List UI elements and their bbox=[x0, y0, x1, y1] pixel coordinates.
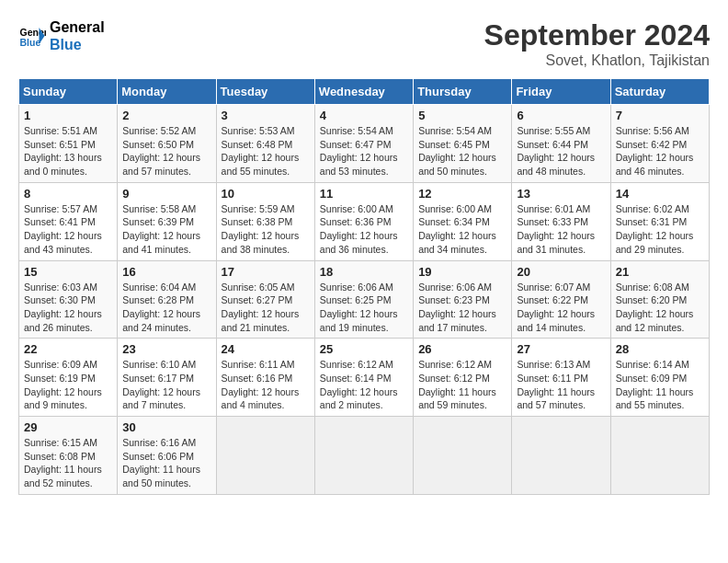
day-info: Sunrise: 5:51 AM Sunset: 6:51 PM Dayligh… bbox=[24, 124, 112, 178]
week-row-4: 22Sunrise: 6:09 AM Sunset: 6:19 PM Dayli… bbox=[19, 339, 710, 417]
calendar-header: SundayMondayTuesdayWednesdayThursdayFrid… bbox=[19, 79, 710, 105]
day-info: Sunrise: 6:05 AM Sunset: 6:27 PM Dayligh… bbox=[222, 281, 310, 335]
day-info: Sunrise: 6:13 AM Sunset: 6:11 PM Dayligh… bbox=[517, 358, 605, 412]
page-header: General Blue General Blue September 2024… bbox=[18, 18, 710, 69]
day-cell bbox=[314, 417, 413, 495]
day-number: 4 bbox=[320, 109, 408, 122]
header-cell-sunday: Sunday bbox=[19, 79, 118, 105]
day-number: 28 bbox=[616, 342, 704, 356]
header-cell-tuesday: Tuesday bbox=[216, 79, 314, 105]
day-info: Sunrise: 6:08 AM Sunset: 6:20 PM Dayligh… bbox=[616, 281, 704, 335]
day-cell: 22Sunrise: 6:09 AM Sunset: 6:19 PM Dayli… bbox=[19, 339, 118, 417]
day-info: Sunrise: 6:10 AM Sunset: 6:17 PM Dayligh… bbox=[122, 358, 210, 412]
day-info: Sunrise: 5:57 AM Sunset: 6:41 PM Dayligh… bbox=[24, 202, 112, 257]
header-cell-wednesday: Wednesday bbox=[314, 79, 413, 105]
day-info: Sunrise: 6:11 AM Sunset: 6:16 PM Dayligh… bbox=[222, 358, 310, 412]
day-cell: 5Sunrise: 5:54 AM Sunset: 6:45 PM Daylig… bbox=[414, 105, 512, 183]
day-number: 1 bbox=[24, 109, 112, 122]
day-cell bbox=[512, 417, 610, 495]
day-info: Sunrise: 6:06 AM Sunset: 6:23 PM Dayligh… bbox=[418, 281, 506, 335]
day-number: 26 bbox=[418, 342, 506, 356]
day-cell: 2Sunrise: 5:52 AM Sunset: 6:50 PM Daylig… bbox=[118, 105, 216, 183]
day-number: 5 bbox=[418, 109, 506, 122]
day-cell: 14Sunrise: 6:02 AM Sunset: 6:31 PM Dayli… bbox=[610, 182, 709, 260]
day-cell: 21Sunrise: 6:08 AM Sunset: 6:20 PM Dayli… bbox=[610, 260, 709, 339]
header-cell-monday: Monday bbox=[118, 79, 216, 105]
day-number: 11 bbox=[320, 187, 408, 201]
day-number: 16 bbox=[122, 265, 210, 279]
day-number: 27 bbox=[517, 342, 605, 356]
day-info: Sunrise: 5:56 AM Sunset: 6:42 PM Dayligh… bbox=[616, 124, 704, 178]
day-cell: 8Sunrise: 5:57 AM Sunset: 6:41 PM Daylig… bbox=[19, 182, 118, 260]
calendar-body: 1Sunrise: 5:51 AM Sunset: 6:51 PM Daylig… bbox=[19, 105, 710, 495]
day-cell: 3Sunrise: 5:53 AM Sunset: 6:48 PM Daylig… bbox=[216, 105, 314, 183]
header-cell-friday: Friday bbox=[512, 79, 610, 105]
month-title: September 2024 bbox=[484, 18, 710, 52]
day-cell: 13Sunrise: 6:01 AM Sunset: 6:33 PM Dayli… bbox=[512, 182, 610, 260]
day-cell: 30Sunrise: 6:16 AM Sunset: 6:06 PM Dayli… bbox=[118, 417, 216, 495]
day-info: Sunrise: 6:14 AM Sunset: 6:09 PM Dayligh… bbox=[616, 358, 704, 412]
week-row-5: 29Sunrise: 6:15 AM Sunset: 6:08 PM Dayli… bbox=[19, 417, 710, 495]
day-number: 8 bbox=[24, 187, 112, 201]
day-cell: 25Sunrise: 6:12 AM Sunset: 6:14 PM Dayli… bbox=[314, 339, 413, 417]
day-cell: 15Sunrise: 6:03 AM Sunset: 6:30 PM Dayli… bbox=[19, 260, 118, 339]
day-number: 13 bbox=[517, 187, 605, 201]
header-cell-thursday: Thursday bbox=[414, 79, 512, 105]
week-row-1: 1Sunrise: 5:51 AM Sunset: 6:51 PM Daylig… bbox=[19, 105, 710, 183]
day-number: 18 bbox=[320, 265, 408, 279]
day-number: 17 bbox=[222, 265, 310, 279]
day-cell: 6Sunrise: 5:55 AM Sunset: 6:44 PM Daylig… bbox=[512, 105, 610, 183]
day-number: 19 bbox=[418, 265, 506, 279]
day-cell: 23Sunrise: 6:10 AM Sunset: 6:17 PM Dayli… bbox=[118, 339, 216, 417]
day-info: Sunrise: 5:54 AM Sunset: 6:45 PM Dayligh… bbox=[418, 124, 506, 178]
day-cell: 27Sunrise: 6:13 AM Sunset: 6:11 PM Dayli… bbox=[512, 339, 610, 417]
day-info: Sunrise: 6:06 AM Sunset: 6:25 PM Dayligh… bbox=[320, 281, 408, 335]
day-cell: 10Sunrise: 5:59 AM Sunset: 6:38 PM Dayli… bbox=[216, 182, 314, 260]
day-info: Sunrise: 6:15 AM Sunset: 6:08 PM Dayligh… bbox=[24, 436, 112, 490]
day-info: Sunrise: 5:53 AM Sunset: 6:48 PM Dayligh… bbox=[222, 124, 310, 178]
location-subtitle: Sovet, Khatlon, Tajikistan bbox=[484, 52, 710, 69]
day-cell: 18Sunrise: 6:06 AM Sunset: 6:25 PM Dayli… bbox=[314, 260, 413, 339]
day-cell: 4Sunrise: 5:54 AM Sunset: 6:47 PM Daylig… bbox=[314, 105, 413, 183]
day-cell: 11Sunrise: 6:00 AM Sunset: 6:36 PM Dayli… bbox=[314, 182, 413, 260]
day-number: 29 bbox=[24, 420, 112, 434]
logo-icon: General Blue bbox=[18, 22, 46, 50]
day-info: Sunrise: 5:59 AM Sunset: 6:38 PM Dayligh… bbox=[222, 202, 310, 257]
day-number: 21 bbox=[616, 265, 704, 279]
day-cell bbox=[610, 417, 709, 495]
week-row-2: 8Sunrise: 5:57 AM Sunset: 6:41 PM Daylig… bbox=[19, 182, 710, 260]
day-info: Sunrise: 6:12 AM Sunset: 6:14 PM Dayligh… bbox=[320, 358, 408, 412]
day-number: 3 bbox=[222, 109, 310, 122]
day-info: Sunrise: 6:07 AM Sunset: 6:22 PM Dayligh… bbox=[517, 281, 605, 335]
day-number: 14 bbox=[616, 187, 704, 201]
day-number: 12 bbox=[418, 187, 506, 201]
day-number: 9 bbox=[122, 187, 210, 201]
day-cell: 16Sunrise: 6:04 AM Sunset: 6:28 PM Dayli… bbox=[118, 260, 216, 339]
day-info: Sunrise: 5:58 AM Sunset: 6:39 PM Dayligh… bbox=[122, 202, 210, 257]
calendar-table: SundayMondayTuesdayWednesdayThursdayFrid… bbox=[18, 78, 710, 495]
day-number: 30 bbox=[122, 420, 210, 434]
title-area: September 2024 Sovet, Khatlon, Tajikista… bbox=[484, 18, 710, 69]
day-info: Sunrise: 5:54 AM Sunset: 6:47 PM Dayligh… bbox=[320, 124, 408, 178]
logo-blue: Blue bbox=[50, 36, 105, 53]
day-number: 22 bbox=[24, 342, 112, 356]
day-info: Sunrise: 6:12 AM Sunset: 6:12 PM Dayligh… bbox=[418, 358, 506, 412]
header-row: SundayMondayTuesdayWednesdayThursdayFrid… bbox=[19, 79, 710, 105]
day-cell: 24Sunrise: 6:11 AM Sunset: 6:16 PM Dayli… bbox=[216, 339, 314, 417]
day-cell: 1Sunrise: 5:51 AM Sunset: 6:51 PM Daylig… bbox=[19, 105, 118, 183]
day-info: Sunrise: 6:04 AM Sunset: 6:28 PM Dayligh… bbox=[122, 281, 210, 335]
week-row-3: 15Sunrise: 6:03 AM Sunset: 6:30 PM Dayli… bbox=[19, 260, 710, 339]
day-number: 20 bbox=[517, 265, 605, 279]
day-cell: 7Sunrise: 5:56 AM Sunset: 6:42 PM Daylig… bbox=[610, 105, 709, 183]
day-info: Sunrise: 6:03 AM Sunset: 6:30 PM Dayligh… bbox=[24, 281, 112, 335]
day-cell: 19Sunrise: 6:06 AM Sunset: 6:23 PM Dayli… bbox=[414, 260, 512, 339]
day-cell: 20Sunrise: 6:07 AM Sunset: 6:22 PM Dayli… bbox=[512, 260, 610, 339]
day-cell: 26Sunrise: 6:12 AM Sunset: 6:12 PM Dayli… bbox=[414, 339, 512, 417]
day-number: 6 bbox=[517, 109, 605, 122]
day-info: Sunrise: 6:00 AM Sunset: 6:36 PM Dayligh… bbox=[320, 202, 408, 257]
svg-text:Blue: Blue bbox=[20, 37, 41, 48]
day-info: Sunrise: 6:00 AM Sunset: 6:34 PM Dayligh… bbox=[418, 202, 506, 257]
day-info: Sunrise: 5:55 AM Sunset: 6:44 PM Dayligh… bbox=[517, 124, 605, 178]
day-number: 10 bbox=[222, 187, 310, 201]
day-info: Sunrise: 6:16 AM Sunset: 6:06 PM Dayligh… bbox=[122, 436, 210, 490]
